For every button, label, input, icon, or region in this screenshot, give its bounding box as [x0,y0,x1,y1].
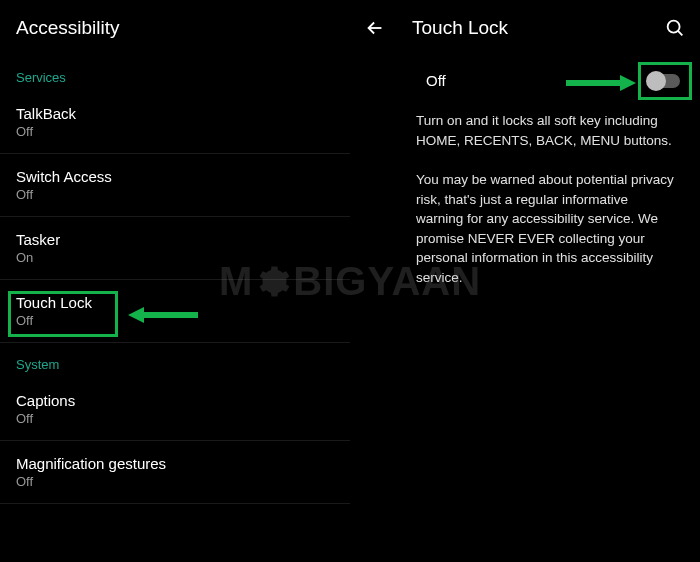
item-sub: On [16,250,334,265]
list-item-switch-access[interactable]: Switch Access Off [0,154,350,217]
section-header-services: Services [0,56,350,91]
toggle-row[interactable]: Off [350,56,700,105]
item-title: TalkBack [16,105,334,122]
svg-point-1 [668,21,680,33]
touch-lock-switch[interactable] [646,71,682,91]
list-item-captions[interactable]: Captions Off [0,378,350,441]
section-header-system: System [0,343,350,378]
item-sub: Off [16,313,334,328]
item-title: Tasker [16,231,334,248]
page-title: Accessibility [16,17,119,39]
item-sub: Off [16,411,334,426]
switch-thumb [646,71,666,91]
item-title: Switch Access [16,168,334,185]
left-header: Accessibility [0,0,350,56]
right-header: Touch Lock [350,0,700,56]
back-icon[interactable] [364,17,386,39]
list-item-magnification-gestures[interactable]: Magnification gestures Off [0,441,350,504]
accessibility-pane: Accessibility Services TalkBack Off Swit… [0,0,350,562]
list-item-talkback[interactable]: TalkBack Off [0,91,350,154]
touch-lock-pane: Touch Lock Off Turn on and it locks all … [350,0,700,562]
list-item-touch-lock[interactable]: Touch Lock Off [0,280,350,343]
page-title: Touch Lock [412,17,508,39]
item-sub: Off [16,474,334,489]
description-2: You may be warned about potential privac… [350,164,700,287]
description-1: Turn on and it locks all soft key includ… [350,105,700,150]
list-item-tasker[interactable]: Tasker On [0,217,350,280]
item-title: Touch Lock [16,294,334,311]
item-title: Magnification gestures [16,455,334,472]
search-icon[interactable] [664,17,686,39]
toggle-label: Off [426,72,446,89]
svg-line-2 [678,31,682,35]
item-title: Captions [16,392,334,409]
item-sub: Off [16,187,334,202]
item-sub: Off [16,124,334,139]
